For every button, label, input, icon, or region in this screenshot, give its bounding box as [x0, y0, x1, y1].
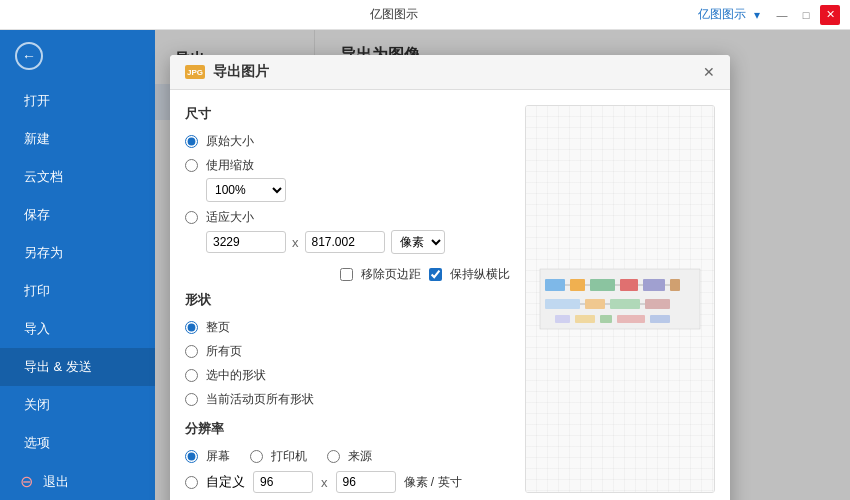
current-active-row: 当前活动页所有形状 [185, 391, 510, 408]
custom-dpi-row: 自定义 x 像素 / 英寸 [185, 471, 510, 493]
svg-rect-14 [610, 299, 640, 309]
original-size-label: 原始大小 [206, 133, 254, 150]
size-input-row: x 像素 [206, 230, 510, 254]
svg-rect-19 [555, 315, 570, 323]
dpi-unit-label: 像素 / 英寸 [404, 474, 462, 491]
sidebar-item-import[interactable]: 导入 [0, 310, 155, 348]
dpi-input-1[interactable] [253, 471, 313, 493]
sidebar-item-open[interactable]: 打开 [0, 82, 155, 120]
printer-dpi-radio[interactable] [250, 450, 263, 463]
original-size-radio[interactable] [185, 135, 198, 148]
sidebar-item-new[interactable]: 新建 [0, 120, 155, 158]
scale-control-row: 100% [206, 178, 510, 202]
dialog-body: 尺寸 原始大小 [170, 90, 730, 500]
source-label: 来源 [348, 448, 372, 465]
unit-select[interactable]: 像素 [391, 230, 445, 254]
dpi-section: 分辨率 屏幕 打印机 [185, 420, 510, 493]
export-content-area: 导出 JPG 图片 PDF PDF, PS, EPS W Office Html… [155, 30, 850, 500]
dialog-overlay: JPG 导出图片 ✕ 尺寸 [155, 30, 850, 500]
sidebar-item-save[interactable]: 保存 [0, 196, 155, 234]
svg-rect-12 [545, 299, 580, 309]
svg-rect-5 [643, 279, 665, 291]
export-panel: 导出 JPG 图片 PDF PDF, PS, EPS W Office Html… [155, 30, 850, 500]
dialog-close-button[interactable]: ✕ [703, 64, 715, 80]
svg-rect-15 [645, 299, 670, 309]
use-scale-radio[interactable] [185, 159, 198, 172]
svg-rect-20 [575, 315, 595, 323]
dialog-header: JPG 导出图片 ✕ [170, 55, 730, 90]
all-pages-row: 所有页 [185, 343, 510, 360]
brand-chevron[interactable]: ▾ [754, 8, 760, 22]
sidebar-item-cloud[interactable]: 云文档 [0, 158, 155, 196]
back-circle-icon: ← [15, 42, 43, 70]
dpi-x-separator: x [321, 475, 328, 490]
whole-page-row: 整页 [185, 319, 510, 336]
sidebar-item-options[interactable]: 选项 [0, 424, 155, 462]
shape-radio-group: 整页 所有页 选中的形状 [185, 319, 510, 408]
sidebar-item-saveas[interactable]: 另存为 [0, 234, 155, 272]
original-size-row: 原始大小 [185, 133, 510, 150]
brand-label: 亿图图示 [698, 6, 746, 23]
dpi-radio-group: 屏幕 打印机 来源 [185, 448, 510, 465]
remove-margin-label: 移除页边距 [361, 266, 421, 283]
sidebar-item-close[interactable]: 关闭 [0, 386, 155, 424]
width-input[interactable] [206, 231, 286, 253]
titlebar: 亿图图示 亿图图示 ▾ — □ ✕ [0, 0, 850, 30]
current-active-radio[interactable] [185, 393, 198, 406]
app-title: 亿图图示 [90, 6, 698, 23]
use-scale-label: 使用缩放 [206, 157, 254, 174]
svg-rect-22 [617, 315, 645, 323]
use-scale-row: 使用缩放 100% [185, 157, 510, 202]
height-input[interactable] [305, 231, 385, 253]
source-dpi-radio[interactable] [327, 450, 340, 463]
whole-page-label: 整页 [206, 319, 230, 336]
screen-label: 屏幕 [206, 448, 230, 465]
dpi-input-2[interactable] [336, 471, 396, 493]
dialog-header-left: JPG 导出图片 [185, 63, 269, 81]
margin-ratio-row: 移除页边距 保持纵横比 [185, 266, 510, 283]
close-button[interactable]: ✕ [820, 5, 840, 25]
svg-rect-23 [650, 315, 670, 323]
svg-rect-4 [620, 279, 638, 291]
all-pages-label: 所有页 [206, 343, 242, 360]
whole-page-radio[interactable] [185, 321, 198, 334]
size-x-separator: x [292, 235, 299, 250]
sidebar-back-button[interactable]: ← [0, 30, 155, 82]
dialog-settings: 尺寸 原始大小 [185, 105, 510, 493]
screen-dpi-radio[interactable] [185, 450, 198, 463]
window-controls: — □ ✕ [772, 5, 840, 25]
custom-label: 自定义 [206, 473, 245, 491]
keep-ratio-label: 保持纵横比 [450, 266, 510, 283]
dpi-section-title: 分辨率 [185, 420, 510, 438]
svg-rect-6 [670, 279, 680, 291]
maximize-button[interactable]: □ [796, 5, 816, 25]
source-dpi-row: 来源 [327, 448, 372, 465]
svg-rect-2 [570, 279, 585, 291]
exit-icon: ⊖ [20, 472, 33, 491]
sidebar-item-export[interactable]: 导出 & 发送 [0, 348, 155, 386]
selected-shapes-row: 选中的形状 [185, 367, 510, 384]
screen-dpi-row: 屏幕 [185, 448, 230, 465]
sidebar-item-print[interactable]: 打印 [0, 272, 155, 310]
preview-diagram-svg [535, 259, 705, 339]
scale-select[interactable]: 100% [206, 178, 286, 202]
sidebar-item-exit[interactable]: ⊖ 退出 [0, 462, 155, 500]
selected-shapes-label: 选中的形状 [206, 367, 266, 384]
back-arrow: ← [22, 48, 36, 64]
fit-size-label: 适应大小 [206, 209, 254, 226]
size-section-title: 尺寸 [185, 105, 510, 123]
shape-section: 形状 整页 所有页 [185, 291, 510, 408]
minimize-button[interactable]: — [772, 5, 792, 25]
dialog-title: 导出图片 [213, 63, 269, 81]
svg-rect-3 [590, 279, 615, 291]
remove-margin-checkbox[interactable] [340, 268, 353, 281]
current-active-label: 当前活动页所有形状 [206, 391, 314, 408]
keep-ratio-checkbox[interactable] [429, 268, 442, 281]
preview-grid [526, 106, 714, 492]
size-radio-group: 原始大小 使用缩放 [185, 133, 510, 254]
custom-dpi-radio[interactable] [185, 476, 198, 489]
fit-size-radio[interactable] [185, 211, 198, 224]
selected-shapes-radio[interactable] [185, 369, 198, 382]
sidebar: ← 打开 新建 云文档 保存 另存为 打印 导入 导出 & 发送 关闭 [0, 30, 155, 500]
all-pages-radio[interactable] [185, 345, 198, 358]
